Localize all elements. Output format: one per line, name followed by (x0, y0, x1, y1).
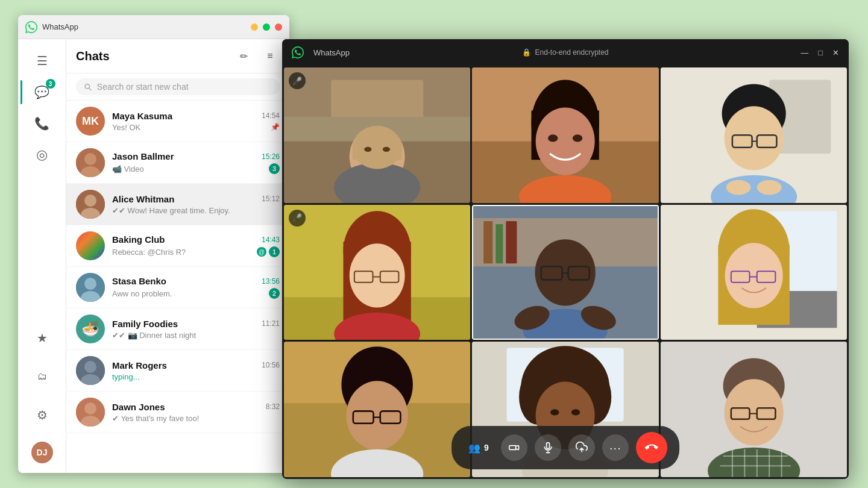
list-item[interactable]: Alice Whitman 15:12 ✔✔ Wow! Have great t… (66, 184, 289, 225)
list-item[interactable]: Stasa Benko 13:56 Aww no problem. 2 (66, 267, 289, 308)
list-item[interactable]: 🍜 Family Foodies 11:21 ✔✔ 📷 Dinner last … (66, 308, 289, 350)
avatar (76, 273, 105, 302)
video-maximize-button[interactable]: □ (818, 48, 823, 57)
chat-header: Chats ✏ ≡ (66, 39, 289, 74)
mute-indicator-1: 🎤 (289, 72, 306, 89)
filter-button[interactable]: ≡ (260, 46, 280, 66)
user-avatar[interactable]: DJ (31, 442, 53, 463)
video-icon (508, 442, 520, 454)
end-call-button[interactable] (636, 432, 667, 463)
sidebar-item-chats[interactable]: 💬 3 (30, 80, 54, 104)
chat-name: Dawn Jones (112, 402, 165, 412)
new-chat-button[interactable]: ✏ (234, 46, 253, 66)
unread-badge: 2 (269, 288, 280, 299)
person-3 (661, 67, 847, 203)
svg-point-29 (536, 107, 595, 175)
maximize-button[interactable]: □ (263, 23, 270, 31)
count-number: 9 (484, 443, 489, 452)
sidebar-item-archived[interactable]: 🗂 (30, 364, 54, 389)
avatar-img (76, 148, 105, 177)
person-7 (284, 342, 470, 477)
list-item[interactable]: Mark Rogers 10:56 typing... (66, 350, 289, 392)
video-cell-2 (472, 67, 658, 203)
mute-indicator-4: 🎤 (289, 210, 306, 227)
svg-point-92 (724, 380, 783, 446)
video-window-controls: — □ ✕ (800, 48, 839, 57)
window-controls: — □ ✕ (251, 23, 282, 31)
chat-info: Maya Kasuma 14:54 Yes! OK 📌 (112, 111, 280, 132)
video-grid: 🎤 (282, 66, 849, 479)
chat-info: Dawn Jones 8:32 ✔ Yes that's my fave too… (112, 402, 280, 423)
svg-point-88 (571, 410, 580, 416)
list-item[interactable]: MK Maya Kasuma 14:54 Yes! OK 📌 (66, 101, 289, 142)
sidebar-item-settings[interactable]: ⚙ (30, 403, 54, 427)
chat-info: Jason Ballmer 15:26 📹 Video 3 (112, 151, 280, 174)
chat-bottom: 📹 Video 3 (112, 163, 280, 174)
video-toggle-button[interactable] (501, 434, 527, 461)
avatar: MK (76, 107, 105, 136)
avatar-img (76, 356, 105, 385)
chat-info: Baking Club 14:43 Rebecca: @Chris R? @ 1 (112, 234, 280, 257)
chat-list: MK Maya Kasuma 14:54 Yes! OK 📌 (66, 101, 289, 468)
more-options-button[interactable]: ··· (602, 434, 629, 461)
avatar (76, 190, 105, 219)
list-item[interactable]: Baking Club 14:43 Rebecca: @Chris R? @ 1 (66, 225, 289, 267)
participant-count: 👥 9 (464, 442, 494, 454)
chat-panel: Chats ✏ ≡ MK Maya Kasuma 14:54 (66, 39, 289, 473)
person-1 (284, 67, 470, 203)
sidebar: ☰ 💬 3 📞 ◎ ★ 🗂 ⚙ DJ (18, 39, 66, 473)
minimize-button[interactable]: — (251, 23, 258, 31)
chat-name: Maya Kasuma (112, 111, 172, 121)
svg-point-10 (84, 361, 96, 373)
sidebar-item-menu[interactable]: ☰ (30, 49, 54, 73)
svg-rect-104 (546, 443, 549, 449)
video-cell-3 (661, 67, 847, 203)
title-bar: WhatsApp — □ ✕ (18, 15, 289, 39)
chat-name: Stasa Benko (112, 276, 166, 286)
unread-badge: 1 (269, 246, 280, 257)
chat-top: Jason Ballmer 15:26 (112, 151, 280, 161)
share-screen-button[interactable] (568, 434, 595, 461)
svg-rect-54 (484, 221, 493, 263)
chat-time: 14:43 (262, 236, 280, 244)
chat-time: 15:26 (262, 152, 280, 161)
video-minimize-button[interactable]: — (800, 48, 808, 57)
close-button[interactable]: ✕ (275, 23, 282, 31)
chat-preview: ✔ Yes that's my fave too! (112, 414, 199, 423)
chat-preview: typing... (112, 372, 140, 381)
video-feed-2 (472, 67, 658, 203)
window-title: WhatsApp (42, 22, 251, 31)
chat-time: 15:12 (262, 195, 280, 203)
sidebar-item-status[interactable]: ◎ (30, 143, 54, 167)
search-input[interactable] (97, 82, 272, 92)
sidebar-item-calls[interactable]: 📞 (30, 111, 54, 136)
video-cell-6 (661, 205, 847, 340)
chat-time: 14:54 (262, 111, 280, 120)
sidebar-item-starred[interactable]: ★ (30, 326, 54, 350)
video-feed-9 (661, 342, 847, 477)
video-cell-7 (284, 342, 470, 477)
chat-time: 10:56 (262, 361, 280, 369)
list-item[interactable]: Jason Ballmer 15:26 📹 Video 3 (66, 142, 289, 184)
microphone-button[interactable] (535, 434, 561, 461)
avatar-img (76, 273, 105, 302)
encryption-label: 🔒 End-to-end endcrypted (522, 48, 608, 57)
video-feed-7 (284, 342, 470, 477)
list-item[interactable]: Dawn Jones 8:32 ✔ Yes that's my fave too… (66, 392, 289, 433)
chat-bottom: Rebecca: @Chris R? @ 1 (112, 246, 280, 257)
encryption-text: End-to-end endcrypted (535, 48, 608, 57)
avatar (76, 231, 105, 260)
search-input-wrap[interactable] (76, 78, 280, 95)
chat-name: Jason Ballmer (112, 151, 174, 161)
person-9 (661, 342, 847, 477)
chat-name: Baking Club (112, 234, 165, 245)
chat-info: Alice Whitman 15:12 ✔✔ Wow! Have great t… (112, 194, 280, 215)
video-cell-1: 🎤 (284, 67, 470, 203)
video-feed-4 (284, 205, 470, 340)
chat-name: Alice Whitman (112, 194, 174, 204)
video-title-bar: WhatsApp 🔒 End-to-end endcrypted — □ ✕ (282, 39, 849, 66)
svg-point-7 (84, 278, 96, 290)
svg-point-23 (364, 147, 371, 152)
whatsapp-logo-video (292, 46, 304, 58)
video-close-button[interactable]: ✕ (832, 48, 839, 57)
